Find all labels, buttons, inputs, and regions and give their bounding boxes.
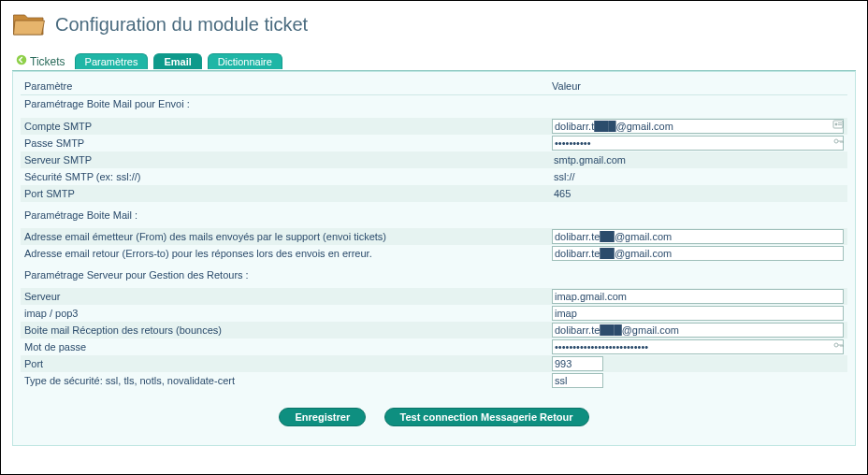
input-ret-bounces[interactable] bbox=[552, 323, 844, 338]
label-ret-sectype: Type de sécurité: ssl, tls, notls, noval… bbox=[21, 372, 548, 389]
label-ret-password: Mot de passe bbox=[21, 338, 548, 355]
save-button[interactable]: Enregistrer bbox=[279, 408, 366, 426]
settings-panel: Paramètre Valeur Paramétrage Boite Mail … bbox=[12, 71, 856, 446]
label-smtp-account: Compte SMTP bbox=[21, 118, 548, 135]
test-connection-button[interactable]: Test connection Messagerie Retour bbox=[384, 408, 589, 426]
input-ret-server[interactable] bbox=[552, 289, 844, 304]
back-link-label: Tickets bbox=[30, 55, 65, 68]
input-ret-port[interactable] bbox=[552, 356, 603, 371]
label-ret-port: Port bbox=[21, 355, 548, 372]
svg-point-6 bbox=[834, 343, 838, 347]
tab-parametres[interactable]: Paramètres bbox=[75, 53, 149, 69]
tabs: Tickets Paramètres Email Dictionnaire bbox=[12, 52, 856, 71]
section-returns-title: Paramétrage Serveur pour Gestion des Ret… bbox=[21, 262, 847, 284]
label-ret-proto: imap / pop3 bbox=[21, 305, 548, 322]
input-smtp-pass[interactable] bbox=[552, 136, 844, 151]
label-ret-server: Serveur bbox=[21, 288, 548, 305]
svg-point-5 bbox=[834, 139, 838, 143]
value-smtp-server: smtp.gmail.com bbox=[552, 154, 628, 166]
section-mailbox-title: Paramétrage Boite Mail : bbox=[21, 202, 847, 224]
folder-icon bbox=[12, 8, 46, 41]
label-smtp-security: Sécurité SMTP (ex: ssl://) bbox=[21, 168, 548, 185]
col-value: Valeur bbox=[548, 78, 847, 95]
page: Configuration du module ticket Tickets P… bbox=[0, 0, 868, 475]
section-send-title: Paramétrage Boite Mail pour Envoi : bbox=[21, 95, 847, 112]
label-errors-to: Adresse email retour (Errors-to) pour le… bbox=[21, 245, 548, 262]
label-smtp-pass: Passe SMTP bbox=[21, 135, 548, 151]
back-link[interactable]: Tickets bbox=[12, 52, 69, 70]
tab-email[interactable]: Email bbox=[153, 53, 201, 69]
title-row: Configuration du module ticket bbox=[12, 8, 856, 41]
label-smtp-server: Serveur SMTP bbox=[21, 151, 548, 168]
back-arrow-icon bbox=[16, 54, 27, 68]
tab-dictionnaire[interactable]: Dictionnaire bbox=[208, 53, 282, 69]
label-smtp-port: Port SMTP bbox=[21, 185, 548, 202]
settings-table: Paramètre Valeur Paramétrage Boite Mail … bbox=[21, 78, 847, 389]
input-ret-password[interactable] bbox=[552, 339, 844, 354]
page-title: Configuration du module ticket bbox=[55, 14, 308, 36]
value-smtp-security: ssl:// bbox=[552, 171, 577, 182]
input-ret-sectype[interactable] bbox=[552, 373, 603, 388]
col-param: Paramètre bbox=[21, 78, 548, 95]
contact-card-icon bbox=[832, 119, 844, 130]
input-smtp-account[interactable] bbox=[552, 119, 844, 134]
label-from: Adresse email émetteur (From) des mails … bbox=[21, 228, 548, 245]
label-ret-bounces: Boite mail Réception des retours (bounce… bbox=[21, 322, 548, 338]
input-errors-to[interactable] bbox=[552, 246, 844, 261]
svg-point-0 bbox=[17, 55, 27, 65]
input-from[interactable] bbox=[552, 229, 844, 244]
key-icon bbox=[832, 136, 844, 147]
input-ret-proto[interactable] bbox=[552, 306, 844, 321]
svg-point-2 bbox=[835, 122, 838, 125]
button-row: Enregistrer Test connection Messagerie R… bbox=[21, 408, 847, 426]
svg-rect-4 bbox=[838, 124, 842, 125]
key-icon bbox=[832, 339, 844, 351]
value-smtp-port: 465 bbox=[552, 188, 572, 199]
svg-rect-3 bbox=[838, 122, 842, 123]
